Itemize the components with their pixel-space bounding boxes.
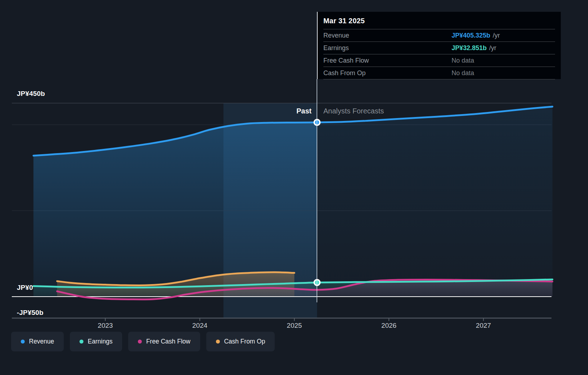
legend-item-cash-from-op[interactable]: Cash From Op [206, 332, 275, 351]
cash-from-op-dot-icon [216, 340, 220, 344]
x-axis-label: 2027 [469, 322, 498, 330]
tooltip-row-label: Revenue [323, 32, 452, 39]
tooltip-row-earnings: Earnings JP¥32.851b /yr [323, 42, 555, 54]
revenue-dot-icon [21, 340, 25, 344]
legend-label: Revenue [29, 338, 54, 345]
x-axis-label: 2026 [375, 322, 403, 330]
y-axis-label-0: JP¥0 [17, 284, 33, 292]
tooltip-value-suffix: /yr [489, 44, 496, 52]
legend-label: Cash From Op [224, 338, 265, 345]
past-label: Past [297, 107, 312, 115]
legend: Revenue Earnings Free Cash Flow Cash Fro… [11, 332, 275, 351]
y-axis-label-450b: JP¥450b [17, 90, 45, 98]
x-axis-label: 2025 [280, 322, 309, 330]
tooltip-row-revenue: Revenue JP¥405.325b /yr [323, 29, 555, 42]
tooltip-row-label: Free Cash Flow [323, 57, 452, 64]
legend-label: Earnings [88, 338, 112, 345]
crosshair-line [317, 79, 317, 302]
legend-label: Free Cash Flow [146, 338, 191, 345]
revenue-area-past [33, 122, 317, 297]
legend-item-free-cash-flow[interactable]: Free Cash Flow [128, 332, 200, 351]
tooltip-value: JP¥405.325b [452, 32, 490, 39]
legend-item-revenue[interactable]: Revenue [11, 332, 64, 351]
revenue-area-forecast [317, 107, 552, 297]
legend-item-earnings[interactable]: Earnings [70, 332, 122, 351]
analysts-forecasts-label: Analysts Forecasts [323, 107, 384, 115]
tooltip: Mar 31 2025 Revenue JP¥405.325b /yr Earn… [317, 12, 561, 79]
chart-root: JP¥450b JP¥0 -JP¥50b 2023 2024 2025 2026… [0, 0, 588, 375]
x-axis-label: 2024 [185, 322, 214, 330]
tooltip-row-label: Earnings [323, 44, 452, 52]
tooltip-value: No data [452, 69, 474, 77]
tooltip-value: JP¥32.851b [452, 44, 487, 52]
tooltip-value-suffix: /yr [493, 32, 500, 39]
x-axis-label: 2023 [91, 322, 120, 330]
tooltip-row-label: Cash From Op [323, 69, 452, 77]
earnings-dot-icon [79, 340, 83, 344]
tooltip-date: Mar 31 2025 [323, 12, 555, 29]
tooltip-value: No data [452, 57, 474, 64]
tooltip-row-free-cash-flow: Free Cash Flow No data [323, 54, 555, 67]
y-axis-label-neg50b: -JP¥50b [17, 309, 43, 317]
tooltip-row-cash-from-op: Cash From Op No data [323, 67, 555, 79]
free-cash-flow-dot-icon [138, 340, 142, 344]
